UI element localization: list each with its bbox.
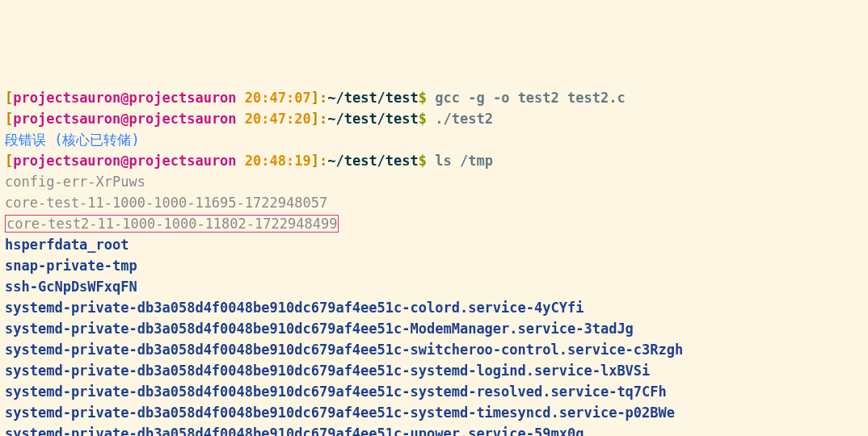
bracket: [ xyxy=(5,153,13,169)
segfault-message: 段错误 (核心已转储) xyxy=(5,129,863,150)
dollar: $ xyxy=(419,90,435,106)
timestamp: 20:47:07 xyxy=(245,90,311,106)
bracket: ]: xyxy=(311,90,327,106)
dollar: $ xyxy=(419,111,435,127)
timestamp: 20:48:19 xyxy=(245,153,311,169)
bracket: [ xyxy=(5,90,13,106)
cwd: ~/test/test xyxy=(327,111,419,127)
dollar: $ xyxy=(419,153,435,169)
ls-file: core-test-11-1000-1000-11695-1722948057 xyxy=(5,192,863,213)
cwd: ~/test/test xyxy=(327,153,419,169)
bracket: [ xyxy=(5,111,13,127)
bracket: ]: xyxy=(311,111,327,127)
prompt-line-2: [projectsauron@projectsauron 20:47:20]:~… xyxy=(5,108,863,129)
user-host: projectsauron@projectsauron xyxy=(13,90,245,106)
ls-dir: ssh-GcNpDsWFxqFN xyxy=(5,276,863,297)
ls-file: config-err-XrPuws xyxy=(5,171,863,192)
ls-dir: systemd-private-db3a058d4f0048be910dc679… xyxy=(5,423,863,436)
command: gcc -g -o test2 test2.c xyxy=(435,90,625,106)
ls-dir: systemd-private-db3a058d4f0048be910dc679… xyxy=(5,360,863,381)
bracket: ]: xyxy=(311,153,327,169)
user-host: projectsauron@projectsauron xyxy=(13,153,245,169)
ls-dir: systemd-private-db3a058d4f0048be910dc679… xyxy=(5,339,863,360)
ls-dir: hsperfdata_root xyxy=(5,234,863,255)
user-host: projectsauron@projectsauron xyxy=(13,111,245,127)
terminal[interactable]: [projectsauron@projectsauron 20:47:07]:~… xyxy=(5,87,863,436)
ls-dir: systemd-private-db3a058d4f0048be910dc679… xyxy=(5,297,863,318)
prompt-line-3: [projectsauron@projectsauron 20:48:19]:~… xyxy=(5,150,863,171)
prompt-line-1: [projectsauron@projectsauron 20:47:07]:~… xyxy=(5,87,863,108)
core-dump-file: core-test2-11-1000-1000-11802-1722948499 xyxy=(5,215,339,233)
ls-dir: systemd-private-db3a058d4f0048be910dc679… xyxy=(5,318,863,339)
ls-dir: snap-private-tmp xyxy=(5,255,863,276)
ls-file-highlighted: core-test2-11-1000-1000-11802-1722948499 xyxy=(5,213,863,234)
command: ./test2 xyxy=(435,111,493,127)
cwd: ~/test/test xyxy=(327,90,419,106)
timestamp: 20:47:20 xyxy=(245,111,311,127)
command: ls /tmp xyxy=(435,153,493,169)
ls-dir: systemd-private-db3a058d4f0048be910dc679… xyxy=(5,381,863,402)
ls-dir: systemd-private-db3a058d4f0048be910dc679… xyxy=(5,402,863,423)
